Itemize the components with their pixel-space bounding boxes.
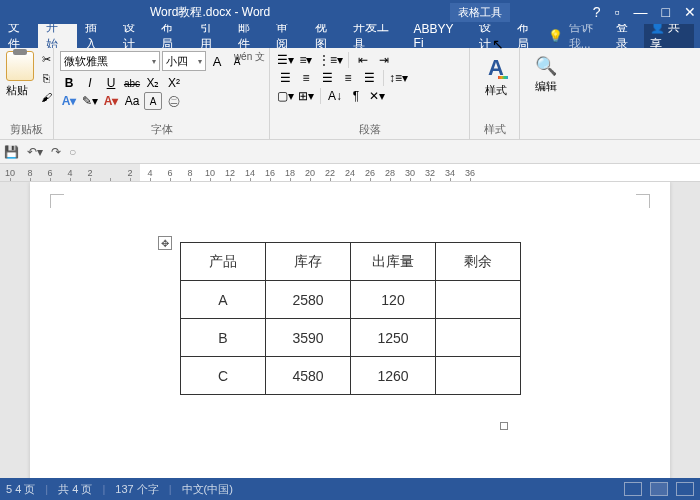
table-header[interactable]: 库存 [266,243,351,281]
doc-title: Word教程.docx - Word [150,4,270,21]
tab-file[interactable]: 文件 [0,24,38,48]
bold-button[interactable]: B [60,74,78,92]
table-cell[interactable]: 1260 [351,357,436,395]
bullets-button[interactable]: ☰▾ [276,51,294,69]
tab-table-layout[interactable]: 布局 [509,24,547,48]
align-left-button[interactable]: ☰ [276,69,294,87]
decrease-indent-button[interactable]: ⇤ [354,51,372,69]
paste-button[interactable]: 粘贴 [6,51,34,105]
close-icon[interactable]: ✕ [684,4,696,20]
tab-home[interactable]: 开始 [38,24,76,48]
table-header[interactable]: 出库量 [351,243,436,281]
lightbulb-icon: 💡 [548,29,563,43]
help-icon[interactable]: ? [593,4,601,20]
tab-view[interactable]: 视图 [307,24,345,48]
find-button[interactable]: 🔍 编辑 [526,51,566,94]
view-web-layout[interactable] [676,482,694,496]
group-styles: 样式 [476,120,513,137]
increase-indent-button[interactable]: ⇥ [375,51,393,69]
asian-layout-button[interactable]: ✕▾ [368,87,386,105]
document-page[interactable]: ✥ 产品库存出库量剩余 A2580120B35901250C45801260 [30,182,670,478]
change-case-button[interactable]: Aa [123,92,141,110]
table-cell[interactable]: 120 [351,281,436,319]
table-cell[interactable]: B [181,319,266,357]
tab-developer[interactable]: 开发工具 [345,24,406,48]
table-move-handle[interactable]: ✥ [158,236,172,250]
horizontal-ruler[interactable]: 10864224681012141618202224262830323436 [0,164,700,182]
strikethrough-button[interactable]: abc [123,74,141,92]
save-icon[interactable]: 💾 [4,145,19,159]
phonetic-guide-button[interactable]: wén 文 [234,50,265,64]
displayopts-icon[interactable]: ▫ [615,4,620,20]
minimize-icon[interactable]: — [634,4,648,20]
shading-button[interactable]: ▢▾ [276,87,294,105]
tab-design[interactable]: 设计 [115,24,153,48]
tab-review[interactable]: 审阅 [268,24,306,48]
font-size-combo[interactable]: 小四▾ [162,51,206,71]
tab-table-design[interactable]: 设计 [471,24,509,48]
table-cell[interactable] [436,357,521,395]
enclose-char-button[interactable]: ㊁ [165,92,183,110]
tab-references[interactable]: 引用 [192,24,230,48]
view-print-layout[interactable] [650,482,668,496]
grow-font-icon[interactable]: A [208,52,226,70]
italic-button[interactable]: I [81,74,99,92]
table-cell[interactable]: 3590 [266,319,351,357]
table-header[interactable]: 剩余 [436,243,521,281]
tab-insert[interactable]: 插入 [77,24,115,48]
view-read-mode[interactable] [624,482,642,496]
margin-corner-tr [636,194,650,208]
numbering-button[interactable]: ≡▾ [297,51,315,69]
align-center-button[interactable]: ≡ [297,69,315,87]
group-paragraph: 段落 [276,120,463,137]
superscript-button[interactable]: X² [165,74,183,92]
table-row[interactable]: B35901250 [181,319,521,357]
status-word-count[interactable]: 137 个字 [115,482,158,497]
table-cell[interactable] [436,319,521,357]
sort-button[interactable]: A↓ [326,87,344,105]
table-tools-tab[interactable]: 表格工具 [450,3,510,22]
show-marks-button[interactable]: ¶ [347,87,365,105]
qat-more-icon[interactable]: ○ [69,145,76,159]
tab-mailings[interactable]: 邮件 [230,24,268,48]
highlight-button[interactable]: ✎▾ [81,92,99,110]
table-row[interactable]: C45801260 [181,357,521,395]
font-color-button[interactable]: A▾ [102,92,120,110]
line-spacing-button[interactable]: ↕≡▾ [389,69,408,87]
distributed-button[interactable]: ☰ [360,69,378,87]
table-cell[interactable] [436,281,521,319]
copy-icon[interactable]: ⎘ [38,70,54,86]
data-table[interactable]: 产品库存出库量剩余 A2580120B35901250C45801260 [180,242,521,395]
tab-layout[interactable]: 布局 [153,24,191,48]
table-resize-handle[interactable] [500,422,508,430]
align-right-button[interactable]: ☰ [318,69,336,87]
table-cell[interactable]: 2580 [266,281,351,319]
table-row[interactable]: A2580120 [181,281,521,319]
margin-corner-tl [50,194,64,208]
table-cell[interactable]: C [181,357,266,395]
redo-button[interactable]: ↷ [51,145,61,159]
undo-button[interactable]: ↶▾ [27,145,43,159]
table-cell[interactable]: 1250 [351,319,436,357]
text-effects-button[interactable]: A▾ [60,92,78,110]
cut-icon[interactable]: ✂ [38,51,54,67]
underline-button[interactable]: U [102,74,120,92]
status-total-pages: 共 4 页 [58,482,92,497]
font-name-combo[interactable]: 微软雅黑▾ [60,51,160,71]
char-border-button[interactable]: A [144,92,162,110]
group-font: 字体 [60,120,263,137]
subscript-button[interactable]: X₂ [144,74,162,92]
table-header[interactable]: 产品 [181,243,266,281]
status-page[interactable]: 5 4 页 [6,482,35,497]
table-cell[interactable]: 4580 [266,357,351,395]
multilevel-button[interactable]: ⋮≡▾ [318,51,343,69]
group-clipboard: 剪贴板 [6,120,47,137]
justify-button[interactable]: ≡ [339,69,357,87]
borders-button[interactable]: ⊞▾ [297,87,315,105]
styles-button[interactable]: A 样式 [476,51,516,98]
tab-abbyy[interactable]: ABBYY Fi [406,24,471,48]
maximize-icon[interactable]: □ [662,4,670,20]
status-language[interactable]: 中文(中国) [182,482,233,497]
format-painter-icon[interactable]: 🖌 [38,89,54,105]
table-cell[interactable]: A [181,281,266,319]
